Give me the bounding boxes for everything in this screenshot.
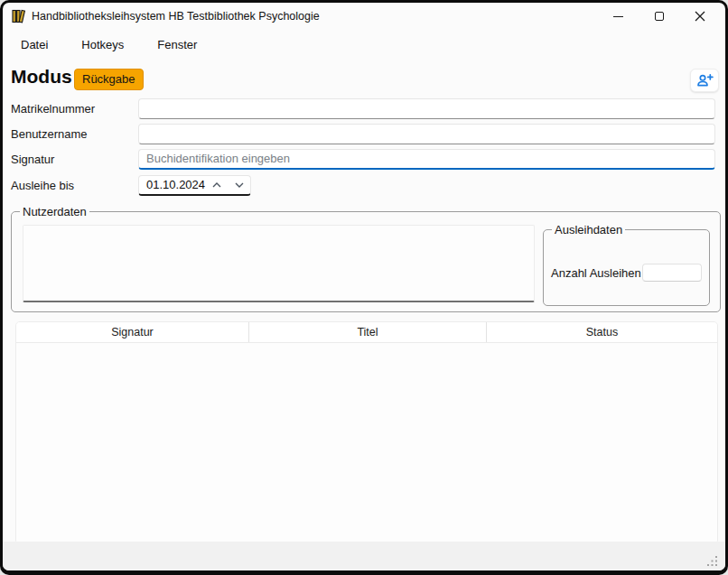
ausleihdaten-group: Ausleihdaten Anzahl Ausleihen bbox=[543, 229, 710, 306]
maximize-icon bbox=[655, 12, 664, 21]
form-row-benutzername: Benutzername bbox=[11, 123, 715, 144]
signatur-label: Signatur bbox=[11, 153, 138, 166]
library-books-icon bbox=[12, 9, 26, 23]
anzahl-ausleihen-input[interactable] bbox=[642, 264, 702, 282]
table-header: Signatur Titel Status bbox=[16, 322, 717, 343]
person-add-icon bbox=[695, 73, 714, 88]
date-increment-button[interactable] bbox=[205, 176, 228, 194]
anzahl-ausleihen-label: Anzahl Ausleihen bbox=[551, 266, 642, 280]
form-row-matrikelnummer: Matrikelnummer bbox=[11, 97, 715, 119]
ausleihe-bis-label: Ausleihe bis bbox=[11, 179, 138, 192]
window-controls bbox=[598, 3, 720, 30]
table-body bbox=[16, 343, 717, 543]
page-title: Modus bbox=[11, 66, 72, 88]
form-row-ausleihe-bis: Ausleihe bis 01.10.2024 bbox=[11, 174, 715, 196]
signatur-input[interactable] bbox=[138, 149, 715, 170]
nutzerdaten-group: Nutzerdaten Ausleihdaten Anzahl Ausleihe… bbox=[11, 211, 721, 312]
form-row-signatur: Signatur bbox=[11, 148, 715, 170]
benutzername-label: Benutzername bbox=[11, 127, 138, 141]
menu-item-hotkeys[interactable]: Hotkeys bbox=[77, 35, 128, 54]
nutzerdaten-group-label: Nutzerdaten bbox=[20, 205, 89, 218]
column-header-titel[interactable]: Titel bbox=[249, 322, 487, 342]
chevron-up-icon bbox=[212, 182, 221, 188]
title-bar: Handbibliotheksleihsystem HB Testbibliot… bbox=[3, 3, 725, 30]
column-header-status[interactable]: Status bbox=[487, 322, 717, 342]
matrikelnummer-label: Matrikelnummer bbox=[11, 102, 138, 116]
window-body: Handbibliotheksleihsystem HB Testbibliot… bbox=[3, 3, 725, 570]
date-decrement-button[interactable] bbox=[228, 176, 250, 194]
menu-bar: Datei Hotkeys Fenster bbox=[3, 30, 725, 59]
column-header-signatur[interactable]: Signatur bbox=[16, 322, 249, 342]
ausleihdaten-group-label: Ausleihdaten bbox=[552, 223, 625, 236]
minimize-icon bbox=[613, 16, 623, 17]
close-icon bbox=[695, 11, 705, 22]
minimize-button[interactable] bbox=[598, 3, 639, 30]
date-value: 01.10.2024 bbox=[139, 178, 205, 191]
maximize-button[interactable] bbox=[639, 3, 679, 30]
matrikelnummer-input[interactable] bbox=[138, 98, 715, 119]
chevron-down-icon bbox=[235, 182, 244, 188]
anzahl-ausleihen-row: Anzahl Ausleihen bbox=[551, 263, 702, 283]
menu-item-fenster[interactable]: Fenster bbox=[153, 35, 201, 54]
close-button[interactable] bbox=[679, 3, 720, 30]
results-table: Signatur Titel Status bbox=[15, 321, 718, 544]
add-user-button[interactable] bbox=[690, 69, 719, 92]
benutzername-input[interactable] bbox=[138, 124, 715, 144]
status-bar bbox=[3, 542, 725, 570]
window-title: Handbibliotheksleihsystem HB Testbibliot… bbox=[32, 3, 320, 30]
date-spinner[interactable]: 01.10.2024 bbox=[138, 175, 251, 196]
resize-grip[interactable] bbox=[705, 554, 718, 567]
nutzerdaten-textarea[interactable] bbox=[23, 225, 535, 302]
menu-item-datei[interactable]: Datei bbox=[16, 35, 52, 54]
mode-badge: Rückgabe bbox=[74, 69, 144, 90]
app-window: Handbibliotheksleihsystem HB Testbibliot… bbox=[0, 0, 728, 575]
